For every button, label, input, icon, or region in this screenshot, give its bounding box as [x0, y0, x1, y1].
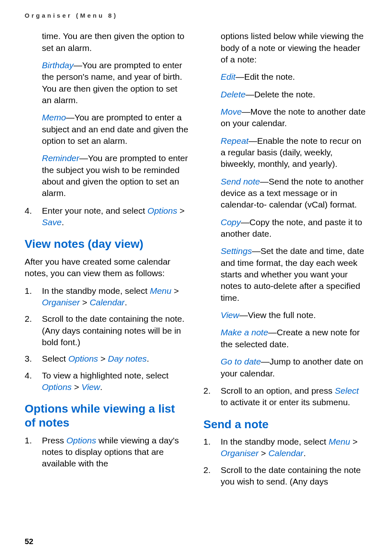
- list-item: 2. Scroll to the date containing the not…: [203, 464, 367, 488]
- edit-label: Edit: [221, 72, 235, 81]
- move-label: Move: [221, 107, 242, 116]
- step-number: 2.: [25, 313, 42, 348]
- organiser-link[interactable]: Organiser: [221, 448, 258, 458]
- settings-label: Settings: [221, 246, 252, 256]
- continuation-text: time. You are then given the option to s…: [25, 30, 189, 54]
- page-header: Organiser (Menu 8): [25, 12, 367, 20]
- step-number: 4.: [25, 205, 42, 228]
- step-body: To view a highlighted note, select Optio…: [42, 370, 189, 393]
- list-item: 2. Scroll to the date containing the not…: [25, 313, 189, 348]
- repeat-label: Repeat: [221, 136, 249, 145]
- step-body: Press Options while viewing a day's note…: [42, 435, 189, 470]
- reminder-label: Reminder: [42, 153, 79, 163]
- repeat-item: Repeat—Enable the note to recur on a reg…: [203, 135, 367, 170]
- view-link[interactable]: View: [81, 382, 100, 392]
- memo-item: Memo—You are prompted to enter a subject…: [25, 112, 189, 147]
- continuation-text: options listed below while viewing the b…: [203, 30, 367, 65]
- step-body: Scroll to the date containing the note. …: [42, 313, 189, 348]
- organiser-link[interactable]: Organiser: [42, 298, 80, 307]
- options-list-heading: Options while viewing a list of notes: [25, 402, 189, 429]
- list-item: 1. In the standby mode, select Menu > Or…: [203, 436, 367, 459]
- list-item: 1. Press Options while viewing a day's n…: [25, 435, 189, 470]
- options-link[interactable]: Options: [148, 206, 177, 215]
- move-item: Move—Move the note to another date on yo…: [203, 106, 367, 129]
- send-note-heading: Send a note: [203, 418, 367, 431]
- select-link[interactable]: Select: [335, 386, 359, 395]
- list-item: 4. Enter your note, and select Options >…: [25, 205, 189, 228]
- settings-item: Settings—Set the date and time, date and…: [203, 245, 367, 304]
- make-note-item: Make a note—Create a new note for the se…: [203, 327, 367, 350]
- view-label: View: [221, 310, 239, 320]
- step-body: Enter your note, and select Options > Sa…: [42, 205, 189, 228]
- options-link[interactable]: Options: [68, 354, 98, 363]
- copy-item: Copy—Copy the note, and paste it to anot…: [203, 217, 367, 240]
- step-body: In the standby mode, select Menu > Organ…: [42, 285, 189, 309]
- memo-label: Memo: [42, 113, 66, 122]
- step-number: 2.: [203, 385, 221, 408]
- left-column: time. You are then given the option to s…: [25, 30, 189, 492]
- copy-label: Copy: [221, 217, 241, 227]
- goto-date-label: Go to date: [221, 357, 261, 366]
- step-body: Scroll to an option, and press Select to…: [221, 385, 367, 408]
- step-body: Select Options > Day notes.: [42, 353, 189, 365]
- send-note-item: Send note—Send the note to another devic…: [203, 176, 367, 211]
- birthday-item: Birthday—You are prompted to enter the p…: [25, 60, 189, 106]
- options-link[interactable]: Options: [42, 382, 71, 392]
- list-item: 1. In the standby mode, select Menu > Or…: [25, 285, 189, 309]
- view-item: View—View the full note.: [203, 309, 367, 321]
- step-number: 1.: [25, 285, 42, 309]
- goto-date-item: Go to date—Jump to another date on your …: [203, 356, 367, 379]
- calendar-link[interactable]: Calendar: [90, 298, 125, 307]
- step-number: 4.: [25, 370, 42, 393]
- birthday-label: Birthday: [42, 60, 74, 70]
- step-number: 2.: [203, 464, 221, 488]
- list-item: 2. Scroll to an option, and press Select…: [203, 385, 367, 408]
- list-item: 3. Select Options > Day notes.: [25, 353, 189, 365]
- day-notes-link[interactable]: Day notes: [108, 354, 147, 363]
- make-note-label: Make a note: [221, 328, 268, 337]
- step-number: 1.: [25, 435, 42, 470]
- view-notes-heading: View notes (day view): [25, 237, 189, 251]
- menu-link[interactable]: Menu: [150, 286, 172, 295]
- page-number: 52: [25, 536, 33, 547]
- list-item: 4. To view a highlighted note, select Op…: [25, 370, 189, 393]
- step-number: 1.: [203, 436, 221, 459]
- step-body: Scroll to the date containing the note y…: [221, 464, 367, 488]
- calendar-link[interactable]: Calendar: [268, 448, 303, 458]
- edit-item: Edit—Edit the note.: [203, 71, 367, 83]
- options-link[interactable]: Options: [67, 436, 96, 445]
- step-number: 3.: [25, 353, 42, 365]
- delete-item: Delete—Delete the note.: [203, 89, 367, 100]
- save-link[interactable]: Save: [42, 217, 62, 227]
- view-intro: After you have created some calendar not…: [25, 256, 189, 279]
- send-note-label: Send note: [221, 177, 260, 186]
- right-column: options listed below while viewing the b…: [203, 30, 367, 492]
- step-body: In the standby mode, select Menu > Organ…: [221, 436, 367, 459]
- menu-link[interactable]: Menu: [329, 437, 350, 446]
- reminder-item: Reminder—You are prompted to enter the s…: [25, 152, 189, 199]
- delete-label: Delete: [221, 90, 246, 99]
